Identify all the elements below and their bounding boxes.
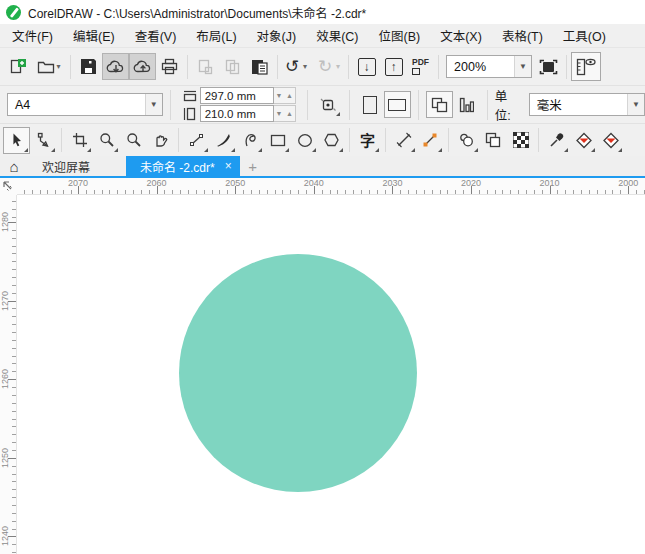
open-dropdown-arrow[interactable]: ▾ — [56, 62, 60, 71]
page-width-spinner[interactable]: ▼▲ — [274, 87, 296, 104]
units-combobox[interactable]: 毫米 ▼ — [529, 93, 645, 116]
paste-button[interactable] — [246, 53, 273, 80]
home-tab-button[interactable]: ⌂ — [0, 156, 28, 176]
page-height-field[interactable]: 210.0 mm — [200, 105, 274, 122]
document-tab-bar: ⌂ 欢迎屏幕 未命名 -2.cdr* × + — [0, 156, 645, 178]
new-tab-button[interactable]: + — [240, 156, 266, 176]
smart-fill-tool[interactable] — [597, 127, 624, 154]
eyedropper-tool[interactable] — [543, 127, 570, 154]
vruler-label: 1250 — [0, 448, 10, 468]
vertical-ruler[interactable]: 1280 1270 1260 1250 1240 — [0, 195, 17, 554]
transparency-tool[interactable] — [480, 127, 507, 154]
redo-button: ↻ — [315, 53, 335, 80]
welcome-screen-tab[interactable]: 欢迎屏幕 — [28, 156, 104, 176]
home-icon: ⌂ — [9, 158, 18, 175]
save-button[interactable] — [75, 53, 102, 80]
vruler-label: 1280 — [0, 212, 10, 232]
polygon-tool-icon — [323, 132, 340, 148]
close-tab-icon[interactable]: × — [225, 159, 232, 173]
zoom-level-combobox[interactable]: 200% ▼ — [446, 55, 532, 78]
toolbar-separator — [277, 55, 278, 79]
snap-to-button[interactable] — [315, 91, 342, 118]
all-pages-button[interactable] — [426, 91, 453, 118]
export-button[interactable]: ↑ — [380, 53, 407, 80]
ellipse-shape[interactable] — [179, 254, 417, 492]
toolbar-separator — [566, 55, 567, 79]
vruler-label: 1270 — [0, 291, 10, 311]
open-button[interactable]: ▾ — [32, 53, 66, 80]
publish-pdf-button[interactable]: PDF — [407, 53, 434, 80]
ruler-origin-corner[interactable] — [0, 178, 17, 195]
propbar-separator — [307, 90, 308, 120]
magnifier-icon — [126, 132, 142, 148]
single-page-button[interactable] — [453, 91, 480, 118]
page-size-combobox[interactable]: A4 ▼ — [7, 93, 163, 116]
ellipse-tool[interactable] — [291, 127, 318, 154]
zoom-tool[interactable] — [93, 127, 120, 154]
undo-dropdown-arrow[interactable]: ▾ — [303, 62, 307, 71]
plus-icon: + — [248, 158, 257, 175]
menu-tools[interactable]: 工具(O) — [553, 23, 616, 48]
landscape-button[interactable] — [384, 91, 411, 118]
horizontal-ruler[interactable]: 2070 2060 2050 2040 2030 2020 2010 2000 — [17, 178, 645, 195]
menu-bitmaps[interactable]: 位图(B) — [369, 23, 431, 48]
menu-layout[interactable]: 布局(L) — [186, 23, 246, 48]
ruler-eye-icon — [575, 57, 597, 77]
menu-table[interactable]: 表格(T) — [492, 23, 553, 48]
show-rulers-button[interactable] — [571, 52, 601, 81]
menu-edit[interactable]: 编辑(E) — [63, 23, 125, 48]
single-page-icon — [458, 97, 474, 113]
property-bar: A4 ▼ 297.0 mm ▼▲ 210.0 mm ▼▲ — [0, 85, 645, 123]
import-button[interactable]: ↓ — [353, 53, 380, 80]
artistic-media-tool[interactable] — [210, 127, 237, 154]
text-tool[interactable]: 字 — [354, 127, 381, 154]
print-button[interactable] — [156, 53, 183, 80]
drawing-canvas[interactable] — [17, 195, 645, 554]
page-dimensions: 297.0 mm ▼▲ 210.0 mm ▼▲ — [182, 87, 296, 122]
full-screen-preview-button[interactable] — [535, 53, 562, 80]
toolbar-separator — [187, 55, 188, 79]
new-document-button[interactable] — [5, 53, 32, 80]
full-screen-icon — [539, 59, 558, 75]
toolbar-separator — [348, 55, 349, 79]
mesh-fill-tool[interactable] — [507, 127, 534, 154]
pan-tool[interactable] — [147, 127, 174, 154]
page-size-dropdown-arrow[interactable]: ▼ — [145, 94, 162, 115]
portrait-button[interactable] — [357, 91, 384, 118]
menu-view[interactable]: 查看(V) — [125, 23, 187, 48]
menu-object[interactable]: 对象(J) — [247, 23, 307, 48]
menu-file[interactable]: 文件(F) — [2, 23, 63, 48]
zoom-dropdown-arrow[interactable]: ▼ — [514, 56, 531, 77]
menu-effects[interactable]: 效果(C) — [306, 23, 368, 48]
toolbox-separator — [538, 128, 539, 152]
cloud-download-button[interactable] — [102, 53, 129, 80]
zoom-tool-icon — [99, 132, 115, 148]
freehand-tool[interactable] — [183, 127, 210, 154]
title-bar: CorelDRAW - C:\Users\Administrator\Docum… — [0, 0, 645, 24]
units-dropdown-arrow[interactable]: ▼ — [627, 94, 644, 115]
crop-tool[interactable] — [66, 127, 93, 154]
cloud-upload-button[interactable] — [129, 53, 156, 80]
bspline-tool[interactable] — [237, 127, 264, 154]
interactive-fill-tool[interactable] — [570, 127, 597, 154]
polygon-tool[interactable] — [318, 127, 345, 154]
rectangle-tool[interactable] — [264, 127, 291, 154]
page-height-spinner[interactable]: ▼▲ — [274, 105, 296, 122]
shape-tool[interactable] — [30, 127, 57, 154]
pick-tool[interactable] — [3, 127, 30, 154]
hruler-label: 2050 — [225, 178, 245, 188]
drop-shadow-icon — [458, 132, 475, 148]
dimension-tool[interactable] — [390, 127, 417, 154]
toolbar-separator — [438, 55, 439, 79]
menu-text[interactable]: 文本(X) — [430, 23, 492, 48]
checkerboard-icon — [513, 132, 529, 148]
zoom-secondary-tool[interactable] — [120, 127, 147, 154]
page-width-field[interactable]: 297.0 mm — [200, 87, 274, 104]
print-icon — [161, 58, 179, 75]
drop-shadow-tool[interactable] — [453, 127, 480, 154]
connector-tool[interactable] — [417, 127, 444, 154]
all-pages-icon — [431, 97, 448, 113]
document-tab[interactable]: 未命名 -2.cdr* × — [126, 156, 240, 176]
undo-button[interactable]: ↺ — [282, 53, 302, 80]
menu-bar: 文件(F) 编辑(E) 查看(V) 布局(L) 对象(J) 效果(C) 位图(B… — [0, 24, 645, 48]
